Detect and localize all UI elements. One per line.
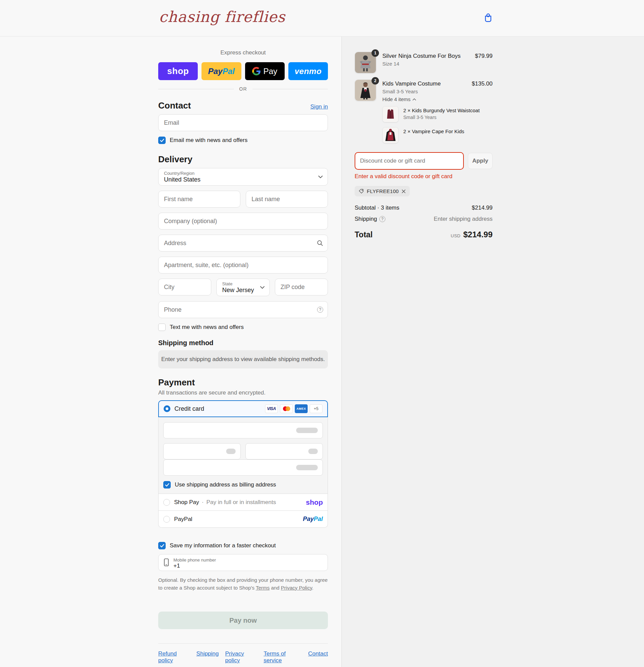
- email-news-checkbox[interactable]: [158, 136, 166, 144]
- terms-link[interactable]: Terms: [256, 585, 270, 590]
- mobile-phone-field[interactable]: Mobile phone number +1: [158, 554, 328, 571]
- apply-discount-button[interactable]: Apply: [468, 153, 493, 169]
- sms-news-label: Text me with news and offers: [170, 324, 244, 331]
- terms-of-service-link[interactable]: Terms of service: [264, 650, 302, 664]
- billing-address-checkbox[interactable]: [163, 481, 171, 488]
- or-divider: OR: [158, 86, 328, 92]
- store-logo[interactable]: chasing fireflies: [159, 8, 285, 26]
- bundle-item-vest: 2 × Kids Burgundy Vest Waistcoat Small 3…: [382, 106, 493, 123]
- shipping-value: Enter shipping address: [434, 216, 493, 223]
- cost-summary: Subtotal · 3 items $214.99 Shipping Ente…: [355, 205, 493, 239]
- google-g-icon: [252, 67, 261, 76]
- shop-pay-dot: ·: [202, 499, 204, 506]
- remove-discount-icon[interactable]: [402, 189, 406, 193]
- shipping-policy-link[interactable]: Shipping: [196, 650, 219, 664]
- chevron-down-icon: [260, 284, 265, 290]
- or-label: OR: [239, 86, 247, 92]
- amex-icon: AMEX: [295, 404, 308, 413]
- currency-code: USD: [451, 233, 461, 238]
- footer-links: Refund policy Shipping Privacy policy Te…: [158, 643, 328, 667]
- layout: Express checkout shop PayPal: [0, 36, 644, 667]
- shop-account-disclaimer: Optional. By checking the box and provid…: [158, 576, 328, 591]
- state-label: State: [222, 281, 264, 286]
- contact-footer-link[interactable]: Contact: [308, 650, 328, 664]
- card-expiry-field[interactable]: [163, 443, 241, 459]
- mastercard-icon: [280, 404, 293, 413]
- zip-field[interactable]: [275, 279, 328, 295]
- billing-address-checkbox-row[interactable]: Use shipping address as billing address: [163, 481, 323, 488]
- state-select[interactable]: State New Jersey: [216, 279, 270, 296]
- credit-card-option[interactable]: Credit card VISA AMEX +5: [158, 400, 328, 417]
- paypal-logo: PayPal: [303, 516, 323, 523]
- phone-field[interactable]: [158, 301, 328, 318]
- card-brand-icons: VISA AMEX +5: [265, 404, 322, 413]
- sign-in-link[interactable]: Sign in: [310, 103, 328, 110]
- payment-methods: Credit card VISA AMEX +5: [158, 400, 328, 528]
- last-name-field[interactable]: [246, 191, 328, 208]
- payment-heading: Payment: [158, 377, 195, 388]
- discount-chip: FLYFREE100: [355, 186, 410, 196]
- apartment-field[interactable]: [158, 257, 328, 274]
- card-cvv-field[interactable]: [245, 443, 323, 459]
- product-thumbnail-vampire: 2: [355, 79, 376, 101]
- check-icon: [160, 544, 164, 548]
- card-name-field[interactable]: [163, 459, 323, 476]
- city-field[interactable]: [158, 279, 211, 295]
- shop-wordmark: shop: [167, 66, 189, 77]
- country-select[interactable]: Country/Region United States: [158, 168, 328, 185]
- privacy-policy-footer-link[interactable]: Privacy policy: [225, 650, 257, 664]
- more-cards-badge: +5: [310, 404, 322, 413]
- save-info-checkbox-row[interactable]: Save my information for a faster checkou…: [158, 542, 328, 549]
- discount-chip-code: FLYFREE100: [367, 188, 399, 194]
- google-pay-express-button[interactable]: Pay: [245, 62, 285, 80]
- bundle-item-title: 2 × Vampire Cape For Kids: [403, 127, 464, 134]
- refund-policy-link[interactable]: Refund policy: [158, 650, 190, 664]
- email-news-checkbox-row[interactable]: Email me with news and offers: [158, 136, 328, 144]
- pay-now-button[interactable]: Pay now: [158, 612, 328, 629]
- paypal-radio[interactable]: [163, 516, 170, 523]
- save-info-label: Save my information for a faster checkou…: [170, 542, 276, 549]
- company-field[interactable]: [158, 213, 328, 230]
- sms-news-checkbox-row[interactable]: Text me with news and offers: [158, 324, 328, 331]
- product-thumbnail-vest: [382, 106, 399, 123]
- paypal-wordmark-pay: Pay: [208, 67, 223, 76]
- chevron-up-icon: [413, 98, 416, 101]
- save-info-checkbox[interactable]: [158, 542, 166, 549]
- paypal-option[interactable]: PayPal PayPal: [158, 511, 328, 528]
- shop-pay-option[interactable]: Shop Pay · Pay in full or in installment…: [158, 494, 328, 511]
- shop-pay-radio[interactable]: [163, 499, 170, 506]
- mobile-phone-value: +1: [173, 563, 216, 568]
- shipping-method-heading: Shipping method: [158, 339, 328, 347]
- shipping-help-icon[interactable]: [379, 216, 385, 222]
- search-icon: [317, 240, 323, 246]
- email-field[interactable]: [158, 114, 328, 131]
- check-icon: [165, 483, 170, 487]
- venmo-express-button[interactable]: venmo: [288, 62, 328, 80]
- paypal-label: PayPal: [174, 516, 192, 523]
- subtotal-label: Subtotal · 3 items: [355, 205, 399, 211]
- shipping-label: Shipping: [355, 216, 377, 223]
- credit-card-radio[interactable]: [164, 405, 171, 412]
- discount-code-input[interactable]: [355, 152, 464, 170]
- shop-pay-express-button[interactable]: shop: [158, 62, 198, 80]
- paypal-wordmark-pal: Pal: [223, 67, 235, 76]
- country-value: United States: [164, 176, 322, 183]
- bundle-item-variant: Small 3-5 Years: [403, 115, 480, 120]
- total-label: Total: [355, 230, 372, 239]
- cart-bag-icon[interactable]: [483, 12, 493, 24]
- paypal-express-button[interactable]: PayPal: [202, 62, 241, 80]
- address-field[interactable]: [158, 234, 328, 251]
- credit-card-form: Use shipping address as billing address: [158, 417, 328, 494]
- card-number-field[interactable]: [163, 422, 323, 438]
- item-variant: Small 3-5 Years: [382, 88, 493, 94]
- venmo-wordmark: venmo: [294, 67, 322, 76]
- privacy-policy-link[interactable]: Privacy Policy: [281, 585, 312, 590]
- item-variant: Size 14: [382, 61, 493, 67]
- contact-heading: Contact: [158, 100, 191, 111]
- mobile-phone-icon: [163, 558, 170, 567]
- first-name-field[interactable]: [158, 191, 240, 208]
- sms-news-checkbox[interactable]: [158, 324, 166, 331]
- phone-help-icon[interactable]: [317, 307, 323, 313]
- skeleton-pill: [308, 449, 318, 454]
- hide-items-toggle[interactable]: Hide 4 items: [382, 96, 493, 102]
